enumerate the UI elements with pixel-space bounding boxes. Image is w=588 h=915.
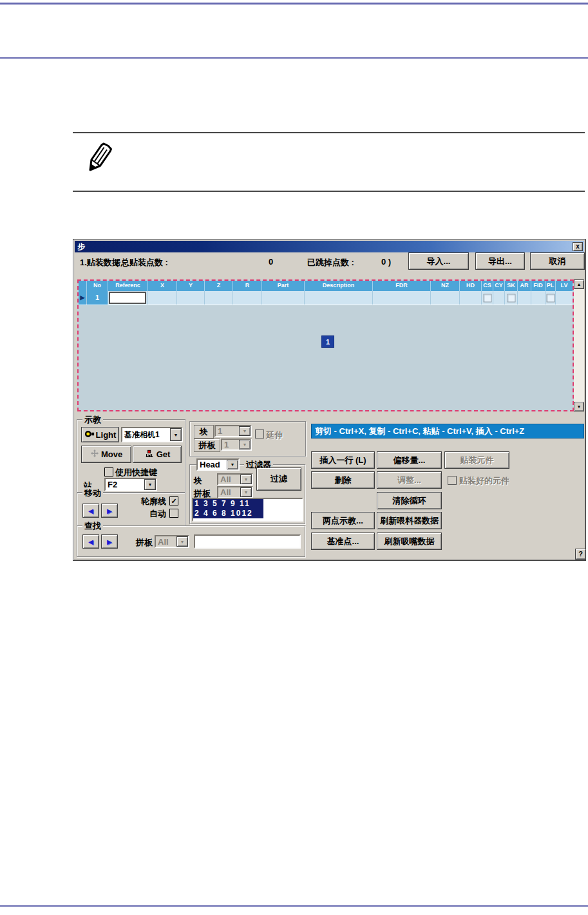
offset-button[interactable]: 偏移量... bbox=[377, 451, 442, 469]
scroll-down-button[interactable]: ▼ bbox=[574, 402, 584, 411]
help-button[interactable]: ? bbox=[575, 549, 586, 560]
column-header-x[interactable]: X bbox=[148, 281, 177, 291]
cancel-button[interactable]: 取消 bbox=[530, 252, 585, 270]
row-selector-icon: ▶ bbox=[79, 291, 86, 304]
dialog-titlebar[interactable]: 步 x bbox=[75, 241, 584, 252]
delete-button[interactable]: 删除 bbox=[311, 471, 375, 489]
extend-label: 延伸 bbox=[266, 429, 283, 441]
light-icon bbox=[84, 430, 95, 440]
camera-select[interactable]: 基准相机1 ▼ bbox=[121, 427, 183, 442]
cell-ar[interactable] bbox=[518, 291, 531, 305]
block-panel-group: 块 1 ▼ 拼板 1 ▼ 延伸 bbox=[189, 421, 306, 457]
column-header-no[interactable]: No bbox=[87, 281, 108, 291]
head-dropdown-icon[interactable]: ▼ bbox=[227, 460, 238, 469]
filter-block-label: 块 bbox=[194, 475, 202, 487]
column-header-y[interactable]: Y bbox=[177, 281, 205, 291]
note-divider-top bbox=[73, 132, 585, 133]
two-point-teach-button[interactable]: 两点示教... bbox=[311, 512, 375, 529]
table-vertical-scrollbar[interactable]: ▲ ▼ bbox=[574, 279, 584, 411]
clear-cycle-button[interactable]: 清除循环 bbox=[377, 492, 442, 509]
cell-hd[interactable] bbox=[460, 291, 482, 305]
station-dropdown-icon[interactable]: ▼ bbox=[144, 479, 156, 490]
import-button[interactable]: 导入... bbox=[408, 252, 469, 270]
cell-cs[interactable] bbox=[482, 291, 493, 305]
column-header-part[interactable]: Part bbox=[262, 281, 305, 291]
scroll-up-icon: ▲ bbox=[577, 282, 582, 287]
cell-x[interactable] bbox=[148, 291, 177, 305]
outline-checkbox[interactable]: ✓ bbox=[169, 496, 178, 505]
cell-referenc[interactable] bbox=[108, 291, 148, 305]
total-points-value: 0 bbox=[269, 257, 273, 267]
move-button[interactable]: Move bbox=[81, 446, 131, 463]
column-header-nz[interactable]: NZ bbox=[431, 281, 460, 291]
light-button[interactable]: Light bbox=[81, 427, 119, 442]
find-prev-button[interactable]: ◄ bbox=[82, 534, 99, 549]
column-header-fid[interactable]: FID bbox=[531, 281, 545, 291]
camera-dropdown-icon[interactable]: ▼ bbox=[170, 428, 182, 441]
get-button[interactable]: Get bbox=[133, 446, 182, 463]
column-header-lv[interactable]: LV bbox=[556, 281, 573, 291]
column-header-hd[interactable]: HD bbox=[460, 281, 482, 291]
panel-select: 1 ▼ bbox=[221, 439, 252, 451]
column-header-fdr[interactable]: FDR bbox=[373, 281, 431, 291]
refresh-nozzle-button[interactable]: 刷新吸嘴数据 bbox=[377, 533, 442, 550]
find-search-input[interactable] bbox=[194, 534, 301, 549]
sk-checkbox[interactable] bbox=[507, 294, 515, 302]
head-list[interactable]: 1 3 5 7 9 11 2 4 6 8 1012 bbox=[192, 498, 303, 522]
clipboard-hint-bar: 剪切 - Ctrl+X, 复制 - Ctrl+C, 粘贴 - Ctrl+V, 插… bbox=[311, 424, 584, 439]
export-button[interactable]: 导出... bbox=[475, 252, 525, 270]
row-selector-cell[interactable]: ▶ bbox=[79, 291, 87, 305]
refresh-feeder-button[interactable]: 刷新喂料器数据 bbox=[377, 512, 442, 529]
move-next-button[interactable]: ► bbox=[101, 504, 118, 518]
scroll-up-button[interactable]: ▲ bbox=[574, 279, 584, 289]
cell-lv[interactable] bbox=[556, 291, 573, 305]
cs-checkbox[interactable] bbox=[483, 294, 491, 302]
cell-sk[interactable] bbox=[505, 291, 518, 305]
cell-edit-box[interactable] bbox=[109, 292, 146, 304]
column-header-pl[interactable]: PL bbox=[545, 281, 556, 291]
pl-checkbox[interactable] bbox=[546, 294, 555, 302]
light-button-label: Light bbox=[96, 430, 117, 440]
cell-fid[interactable] bbox=[531, 291, 545, 305]
left-arrow-icon: ◄ bbox=[87, 506, 95, 516]
close-button[interactable]: x bbox=[573, 242, 583, 251]
cell-no[interactable]: 1 bbox=[87, 291, 108, 305]
cell-nz[interactable] bbox=[431, 291, 460, 305]
camera-select-value: 基准相机1 bbox=[122, 428, 170, 441]
column-header-z[interactable]: Z bbox=[205, 281, 233, 291]
head-select[interactable]: Head ▼ bbox=[196, 458, 240, 471]
find-group: 查找 ◄ ► 拼板 All ▼ bbox=[77, 525, 305, 557]
filter-button[interactable]: 过滤 bbox=[256, 467, 301, 491]
insert-row-button[interactable]: 插入一行 (L) bbox=[311, 451, 375, 469]
find-panel-label: 拼板 bbox=[136, 537, 153, 549]
head-list-selection-line2[interactable]: 2 4 6 8 1012 bbox=[193, 509, 263, 518]
page-header-rule-1 bbox=[0, 3, 588, 5]
column-header-r[interactable]: R bbox=[233, 281, 262, 291]
auto-checkbox[interactable] bbox=[169, 509, 178, 518]
column-header-ar[interactable]: AR bbox=[518, 281, 531, 291]
cell-z[interactable] bbox=[205, 291, 233, 305]
column-header-selector bbox=[79, 281, 87, 291]
hotkey-checkbox[interactable] bbox=[104, 467, 113, 476]
find-next-button[interactable]: ► bbox=[101, 534, 118, 549]
scrollbar-track[interactable] bbox=[574, 289, 584, 402]
cell-part[interactable] bbox=[262, 291, 305, 305]
column-header-cs[interactable]: CS bbox=[482, 281, 493, 291]
cell-y[interactable] bbox=[177, 291, 205, 305]
cell-fdr[interactable] bbox=[373, 291, 431, 305]
column-header-cy[interactable]: CY bbox=[493, 281, 505, 291]
move-prev-button[interactable]: ◄ bbox=[82, 504, 99, 518]
fiducial-button[interactable]: 基准点... bbox=[311, 533, 375, 550]
head-list-selection-line1[interactable]: 1 3 5 7 9 11 bbox=[193, 499, 263, 509]
cell-cy[interactable] bbox=[493, 291, 505, 305]
column-header-description[interactable]: Description bbox=[305, 281, 373, 291]
cell-pl[interactable] bbox=[545, 291, 556, 305]
panel-dropdown-icon: ▼ bbox=[239, 440, 251, 449]
placement-table[interactable]: No Referenc X Y Z R Part Description FDR… bbox=[77, 279, 574, 411]
station-select[interactable]: F2 ▼ bbox=[104, 478, 157, 491]
column-header-sk[interactable]: SK bbox=[505, 281, 518, 291]
cell-description[interactable] bbox=[305, 291, 373, 305]
table-row[interactable]: ▶ 1 bbox=[79, 291, 573, 305]
column-header-referenc[interactable]: Referenc bbox=[108, 281, 148, 291]
cell-r[interactable] bbox=[233, 291, 262, 305]
